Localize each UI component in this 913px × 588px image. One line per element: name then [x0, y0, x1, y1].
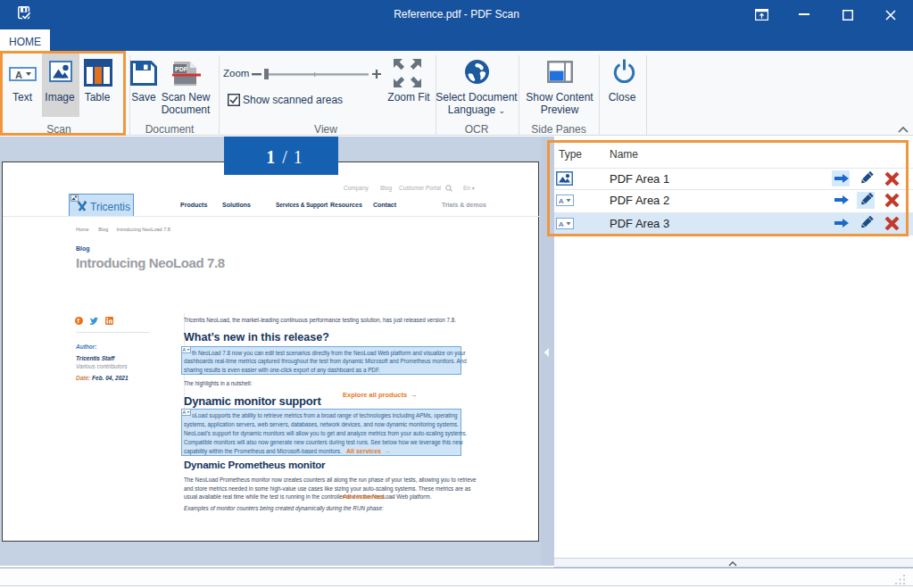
svg-text:A: A [183, 347, 187, 352]
svg-text:A: A [183, 410, 187, 415]
svg-text:PDF: PDF [175, 66, 188, 72]
